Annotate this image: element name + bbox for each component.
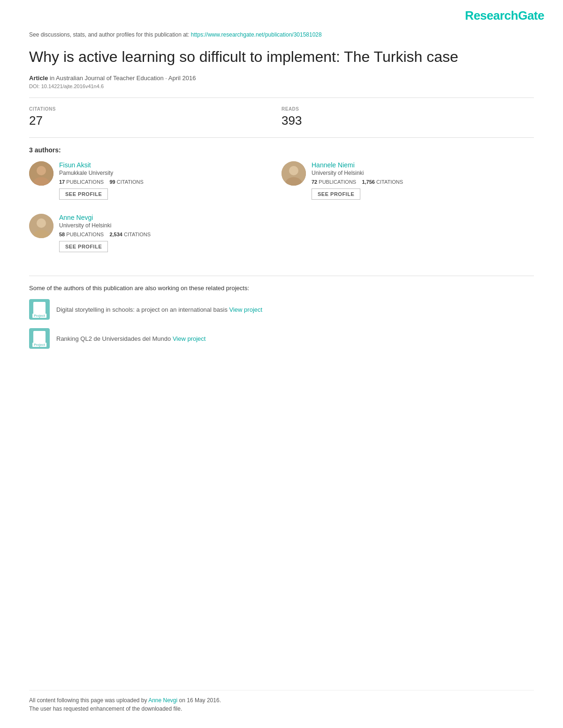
article-doi: DOI: 10.14221/ajte.2016v41n4.6	[29, 83, 534, 89]
article-date: · April 2016	[165, 75, 196, 82]
avatar-anne	[29, 214, 53, 238]
author-card-hannele: Hannele Niemi University of Helsinki 72 …	[282, 161, 534, 200]
project-text-1: Digital storytelling in schools: a proje…	[56, 306, 262, 313]
related-projects-heading: Some of the authors of this publication …	[29, 285, 534, 292]
publication-link[interactable]: https://www.researchgate.net/publication…	[191, 31, 322, 38]
svg-point-4	[37, 218, 46, 228]
project-description-1: Digital storytelling in schools: a proje…	[56, 306, 229, 313]
authors-left-col: Fisun Aksit Pamukkale University 17 PUBL…	[29, 161, 282, 266]
see-profile-button-anne[interactable]: SEE PROFILE	[59, 241, 108, 252]
article-journal: Australian Journal of Teacher Education	[56, 75, 164, 82]
footer: All content following this page was uplo…	[29, 690, 534, 714]
main-content: Why is active learning so difficult to i…	[0, 47, 563, 349]
researchgate-logo: ResearchGate	[465, 8, 544, 23]
project-icon-label-1: Project	[32, 314, 46, 318]
divider-1	[29, 98, 534, 98]
see-profile-button-hannele[interactable]: SEE PROFILE	[312, 188, 360, 200]
article-title: Why is active learning so difficult to i…	[29, 47, 534, 66]
divider-3	[29, 276, 534, 276]
footer-line-1: All content following this page was uplo…	[29, 697, 534, 704]
reads-label: READS	[282, 106, 534, 112]
author-stats-anne: 58 PUBLICATIONS 2,534 CITATIONS	[59, 232, 151, 237]
author-info-fisun: Fisun Aksit Pamukkale University 17 PUBL…	[59, 161, 144, 200]
author-stats-hannele: 72 PUBLICATIONS 1,756 CITATIONS	[312, 179, 403, 185]
svg-point-7	[289, 166, 298, 175]
footer-text-1: All content following this page was uplo…	[29, 697, 148, 704]
project-icon-label-2: Project	[32, 343, 46, 347]
see-profile-button-fisun[interactable]: SEE PROFILE	[59, 188, 108, 200]
project-description-2: Ranking QL2 de Universidades del Mundo	[56, 335, 173, 342]
project-item-1: Project Digital storytelling in schools:…	[29, 299, 534, 320]
header: ResearchGate	[0, 0, 563, 28]
author-affiliation-anne: University of Helsinki	[59, 222, 151, 229]
divider-2	[29, 137, 534, 138]
stats-row: CITATIONS 27 READS 393	[29, 106, 534, 128]
top-bar-text: See discussions, stats, and author profi…	[29, 31, 191, 38]
footer-line-2: The user has requested enhancement of th…	[29, 705, 534, 712]
avatar-hannele	[282, 161, 306, 186]
project-link-1[interactable]: View project	[229, 306, 263, 313]
author-affiliation-hannele: University of Helsinki	[312, 170, 403, 176]
author-card-anne: Anne Nevgi University of Helsinki 58 PUB…	[29, 214, 282, 252]
footer-text-after: on 16 May 2016.	[179, 697, 221, 704]
top-link-bar: See discussions, stats, and author profi…	[0, 28, 563, 44]
author-name-anne[interactable]: Anne Nevgi	[59, 214, 151, 221]
footer-author-link[interactable]: Anne Nevgi	[148, 697, 177, 704]
authors-right-col: Hannele Niemi University of Helsinki 72 …	[282, 161, 534, 266]
svg-point-1	[37, 166, 46, 175]
author-info-anne: Anne Nevgi University of Helsinki 58 PUB…	[59, 214, 151, 252]
author-name-hannele[interactable]: Hannele Niemi	[312, 161, 403, 169]
project-link-2[interactable]: View project	[173, 335, 206, 342]
citations-block: CITATIONS 27	[29, 106, 282, 128]
author-name-fisun[interactable]: Fisun Aksit	[59, 161, 144, 169]
article-meta: Article in Australian Journal of Teacher…	[29, 75, 534, 82]
authors-grid: Fisun Aksit Pamukkale University 17 PUBL…	[29, 161, 534, 266]
citations-value: 27	[29, 113, 282, 128]
author-affiliation-fisun: Pamukkale University	[59, 170, 144, 176]
reads-value: 393	[282, 113, 534, 128]
article-type: Article	[29, 75, 48, 82]
project-icon-1: Project	[29, 299, 50, 320]
author-stats-fisun: 17 PUBLICATIONS 99 CITATIONS	[59, 179, 144, 185]
citations-label: CITATIONS	[29, 106, 282, 112]
project-text-2: Ranking QL2 de Universidades del Mundo V…	[56, 335, 205, 342]
authors-heading: 3 authors:	[29, 146, 534, 154]
reads-block: READS 393	[282, 106, 534, 128]
author-card-fisun: Fisun Aksit Pamukkale University 17 PUBL…	[29, 161, 282, 200]
author-info-hannele: Hannele Niemi University of Helsinki 72 …	[312, 161, 403, 200]
project-icon-2: Project	[29, 328, 50, 349]
avatar-fisun	[29, 161, 53, 186]
article-in: in	[50, 75, 56, 82]
project-item-2: Project Ranking QL2 de Universidades del…	[29, 328, 534, 349]
